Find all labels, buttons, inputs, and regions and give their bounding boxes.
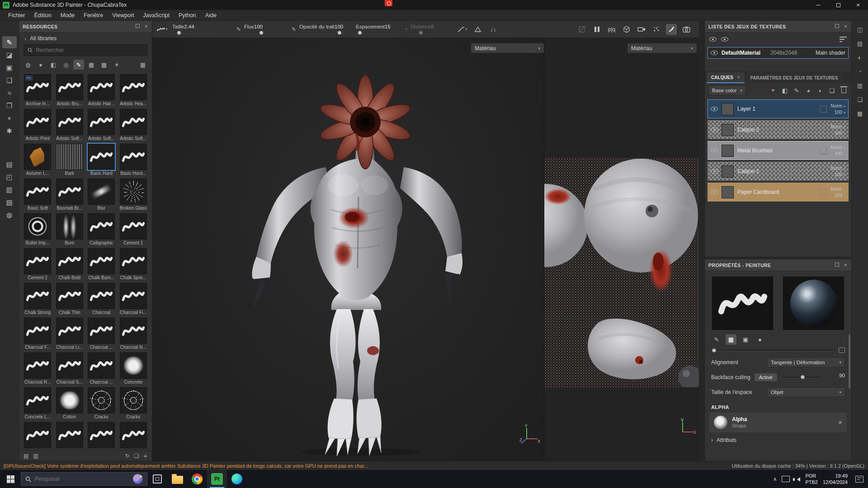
camera-view-button[interactable] xyxy=(636,24,647,35)
undock-icon[interactable] xyxy=(835,24,839,28)
environment-dock-icon[interactable]: ◐ xyxy=(854,52,865,62)
mirror-icon[interactable] xyxy=(488,24,499,35)
brush-thumbnail[interactable]: Charcoal Li... xyxy=(56,318,84,350)
material-mode-dropdown-3d[interactable]: Matériau ▾ xyxy=(471,43,544,53)
search-bar[interactable] xyxy=(24,44,147,56)
file-explorer-button[interactable] xyxy=(167,470,187,488)
brush-thumbnail[interactable]: Artistic Hea... xyxy=(119,74,148,106)
brush-thumbnail[interactable]: Bark xyxy=(56,144,84,176)
brush-thumbnail[interactable]: Artistic Soft... xyxy=(119,109,148,141)
maximize-button[interactable] xyxy=(828,0,848,10)
brush-thumbnail[interactable]: Charcoal F... xyxy=(24,318,52,350)
remove-alpha-icon[interactable]: ✕ xyxy=(838,420,842,426)
add-mask-icon[interactable]: ◗ xyxy=(816,86,824,94)
filter-materials[interactable]: ● xyxy=(35,60,46,70)
brush-thumbnail[interactable]: Artistic Bru... xyxy=(56,74,84,106)
brush-thumbnail[interactable]: Chalk Thin xyxy=(56,283,84,315)
search-input[interactable] xyxy=(36,47,143,53)
parameter-slider[interactable] xyxy=(172,30,194,36)
material-mode-dropdown-2d[interactable]: Matériau ▾ xyxy=(627,43,697,53)
list-view-icon[interactable]: ▤ xyxy=(24,453,28,459)
spacing-slider[interactable]: Espacement 15 xyxy=(356,23,399,36)
substance-painter-button[interactable]: Pt xyxy=(207,470,227,488)
symmetry-button[interactable]: p|q xyxy=(606,24,617,35)
minimize-button[interactable] xyxy=(808,0,828,10)
volume-icon[interactable] xyxy=(795,477,800,482)
texture-set-row[interactable]: DefaultMaterial 2048x2048 Main shader xyxy=(708,47,849,59)
slider-handle[interactable] xyxy=(419,31,423,35)
menu-fichier[interactable]: Fichier xyxy=(4,10,30,20)
visibility-solo-icon[interactable] xyxy=(721,36,728,42)
close-panel-icon[interactable]: ✕ xyxy=(844,263,848,267)
layer-opacity[interactable]: 100▾ xyxy=(834,172,845,177)
Metal Brushed[interactable]: Metal Brushed Norm▾ 100▾ xyxy=(708,141,849,160)
angle-icon[interactable] xyxy=(472,24,483,35)
add-resource-icon[interactable]: + xyxy=(143,452,147,460)
taskbar-search-input[interactable] xyxy=(35,476,103,482)
layer-visibility-icon[interactable] xyxy=(711,147,718,154)
clone-tool[interactable]: ❐ xyxy=(2,99,17,112)
brush-thumbnail[interactable]: Artistic Soft... xyxy=(87,109,116,141)
brush-thumbnail[interactable]: Chalk Burn... xyxy=(87,248,116,280)
particles-tool[interactable]: ✱ xyxy=(2,125,17,137)
menu-edition[interactable]: Édition xyxy=(30,10,56,20)
refresh-icon[interactable]: ↻ xyxy=(125,453,129,459)
space-size-dropdown[interactable]: Objet ▾ xyxy=(767,387,845,397)
brush-thumbnail[interactable] xyxy=(24,422,52,449)
brush-thumbnail[interactable]: Basic Soft xyxy=(24,178,52,211)
delete-layer-icon[interactable] xyxy=(840,86,848,94)
menu-mode[interactable]: Mode xyxy=(56,10,79,20)
library-selector[interactable]: › All libraries xyxy=(19,33,152,44)
parameter-slider[interactable] xyxy=(299,30,343,36)
viewport-2d[interactable]: Matériau ▾ xyxy=(544,38,699,461)
brush-thumbnail[interactable] xyxy=(87,422,116,449)
add-effect-icon[interactable]: ◕ xyxy=(804,86,812,94)
brush-thumbnail[interactable]: Blur xyxy=(87,178,116,211)
detail-view-icon[interactable]: ▥ xyxy=(33,453,38,459)
screenshot-button[interactable] xyxy=(681,24,692,35)
alpha-settings-icon[interactable]: ▦ xyxy=(726,334,736,345)
brush-thumbnail[interactable]: Artistic Soft... xyxy=(56,109,84,141)
slider-handle[interactable] xyxy=(358,31,362,35)
brush-settings-icon[interactable]: ✎ xyxy=(711,334,722,345)
distance-slider[interactable]: • Distance 8 xyxy=(406,23,453,36)
parameter-slider[interactable] xyxy=(356,30,391,36)
layer-opacity[interactable]: 100▾ xyxy=(834,151,845,156)
display-settings-icon[interactable]: ◰ xyxy=(2,171,17,183)
polygon-fill-tool[interactable]: ❏ xyxy=(2,74,17,86)
brush-thumbnail[interactable]: Basic Hard xyxy=(87,144,116,176)
shelf-icon[interactable]: ▥ xyxy=(2,183,17,196)
layer-opacity[interactable]: 100▾ xyxy=(834,192,845,198)
layer-opacity[interactable]: 100▾ xyxy=(834,130,845,136)
layer-visibility-icon[interactable] xyxy=(711,168,718,174)
stencil-settings-icon[interactable]: ▣ xyxy=(740,334,751,345)
attributes-section[interactable]: › Attributs xyxy=(705,433,851,447)
filter-all[interactable]: ◍ xyxy=(23,60,33,70)
Calque 1[interactable]: Calque 1 Norm▾ 100▾ xyxy=(708,162,849,181)
navigation-gizmo-2d[interactable]: V U xyxy=(678,418,696,436)
visibility-all-icon[interactable] xyxy=(709,36,717,42)
texture-list-dock-icon[interactable]: ▥ xyxy=(854,80,865,90)
close-panel-icon[interactable]: ✕ xyxy=(144,24,148,29)
alpha-resource-card[interactable]: Alpha Shape ✕ xyxy=(709,413,847,432)
brush-thumbnail[interactable]: Basic Hard... xyxy=(119,144,148,176)
falloff-curve-icon[interactable]: ▾ xyxy=(457,24,468,35)
filter-brushes[interactable]: ✎ xyxy=(73,60,84,70)
edge-button[interactable] xyxy=(227,470,247,488)
brush-thumbnail[interactable]: Cement 1 xyxy=(119,213,148,245)
parameter-slider[interactable] xyxy=(244,30,263,36)
brush-preview[interactable] xyxy=(712,277,773,330)
clock[interactable]: 19:49 12/04/2024 xyxy=(823,473,848,485)
brush-thumbnail[interactable]: Charcoal ... xyxy=(87,352,116,385)
search-highlight-icon[interactable] xyxy=(133,474,143,484)
layer-visibility-icon[interactable] xyxy=(711,106,718,112)
slider-handle[interactable] xyxy=(177,31,181,35)
undock-icon[interactable] xyxy=(136,24,140,28)
flow-slider[interactable]: ✎ Flux 100 xyxy=(236,23,285,36)
brush-thumbnail[interactable]: Charcoal xyxy=(87,283,116,315)
grid-view-icon[interactable]: ▦ xyxy=(137,60,148,70)
layer-mask-slot[interactable] xyxy=(820,127,827,133)
brush-thumbnail[interactable]: Concrete xyxy=(119,352,148,385)
parameter-slider[interactable] xyxy=(410,30,434,36)
tablet-pressure-icon[interactable] xyxy=(576,24,587,35)
